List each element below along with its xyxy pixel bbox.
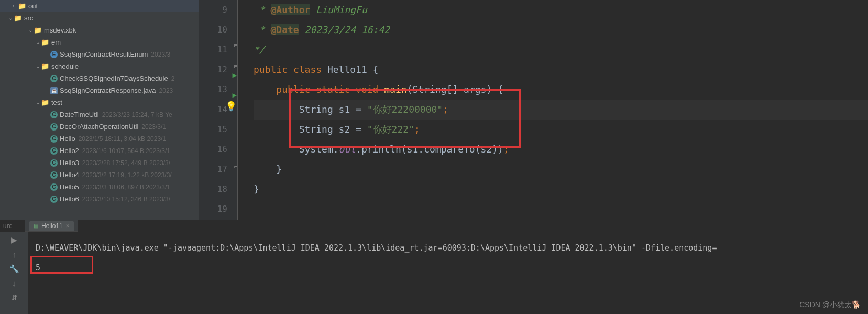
tree-item-em[interactable]: ⌄📁em	[0, 36, 199, 48]
fold-marker[interactable]: ⊟	[234, 36, 238, 56]
run-config-icon: ▤	[34, 223, 38, 229]
run-tab-hello11[interactable]: ▤ Hello11 ×	[29, 221, 74, 231]
watermark: CSDN @小犹太🐕	[799, 300, 861, 310]
tree-item-hello5[interactable]: CHello52023/3/3 18:06, 897 B 2023/3/1	[0, 181, 199, 193]
code-editor[interactable]: 9 10 11 12▶ 13▶ 14 15 16 17 18 19 ⊟ ⊟ ⌐ …	[199, 0, 868, 220]
run-toolbar: ▶ ↑ 🔧 ↓ ⇵	[0, 232, 28, 314]
folder-icon: 📁	[41, 38, 49, 47]
layout-icon[interactable]: ⇵	[11, 293, 18, 302]
down-icon[interactable]: ↓	[12, 279, 16, 288]
line-number[interactable]: 15	[199, 120, 227, 139]
tree-item-hello2[interactable]: CHello22023/1/6 10:07, 564 B 2023/3/1	[0, 145, 199, 157]
tree-item-hello[interactable]: CHello2023/1/5 18:11, 3.04 kB 2023/1	[0, 133, 199, 145]
line-number[interactable]: 11	[199, 40, 227, 60]
line-number[interactable]: 17	[199, 159, 227, 179]
line-number[interactable]: 16	[199, 139, 227, 159]
line-number[interactable]: 12▶	[199, 60, 227, 80]
run-panel-label: un:	[0, 222, 12, 230]
tree-item-hello6[interactable]: CHello62023/3/10 15:12, 346 B 2023/3/	[0, 193, 199, 205]
class-icon: C	[50, 147, 58, 155]
project-sidebar[interactable]: ›📁out ⌄📁src ⌄📁msdev.xbk ⌄📁em ESsqSignCon…	[0, 0, 199, 220]
line-number[interactable]: 13▶	[199, 80, 227, 100]
folder-icon: 📁	[41, 62, 49, 71]
java-icon: ☕	[50, 87, 58, 94]
class-icon: C	[50, 135, 58, 143]
tree-item-hello3[interactable]: CHello32023/2/28 17:52, 449 B 2023/3/	[0, 157, 199, 169]
tree-item-test[interactable]: ⌄📁test	[0, 96, 199, 109]
class-icon: C	[50, 183, 58, 191]
tree-item-src[interactable]: ⌄📁src	[0, 12, 199, 24]
tree-item-schedule[interactable]: ⌄📁schedule	[0, 60, 199, 72]
line-number[interactable]: 9	[199, 0, 227, 20]
folder-icon: 📁	[18, 2, 26, 10]
line-number[interactable]: 18	[199, 179, 227, 199]
tree-item-enum[interactable]: ESsqSignContractResultEnum2023/3	[0, 48, 199, 60]
tree-item-hello4[interactable]: CHello42023/3/2 17:19, 1.22 kB 2023/3/	[0, 169, 199, 181]
line-number[interactable]: 19	[199, 199, 227, 219]
tree-item-docattach[interactable]: CDocOrAttachOperationUtil2023/3/1	[0, 121, 199, 133]
rerun-icon[interactable]: ▶	[11, 235, 17, 245]
tree-item-checkssq[interactable]: CCheckSSQSignedIn7DaysSchedule2	[0, 72, 199, 84]
main-area: ›📁out ⌄📁src ⌄📁msdev.xbk ⌄📁em ESsqSignCon…	[0, 0, 868, 220]
fold-line	[237, 0, 238, 220]
run-panel: ▶ ↑ 🔧 ↓ ⇵ D:\WEAVER\JDK\bin\java.exe "-j…	[0, 232, 868, 314]
tree-item-out[interactable]: ›📁out	[0, 0, 199, 12]
run-tabs: ▤ Hello11 ×	[25, 220, 78, 232]
folder-icon: 📁	[41, 99, 49, 107]
stop-icon[interactable]: ↑	[12, 250, 16, 259]
intention-bulb-icon[interactable]: 💡	[225, 96, 237, 116]
fold-marker[interactable]: ⊟	[234, 57, 238, 77]
fold-marker[interactable]: ⌐	[234, 157, 238, 177]
tree-item-datetime[interactable]: CDateTimeUtil2023/3/23 15:24, 7 kB Ye	[0, 109, 199, 121]
class-icon: C	[50, 159, 58, 167]
tree-item-response[interactable]: ☕SsqSignContractResponse.java2023	[0, 84, 199, 96]
class-icon: C	[50, 111, 58, 118]
class-icon: C	[50, 123, 58, 131]
class-icon: C	[50, 171, 58, 179]
line-number[interactable]: 10	[199, 20, 227, 40]
folder-icon: 📁	[34, 26, 42, 35]
console-output[interactable]: D:\WEAVER\JDK\bin\java.exe "-javaagent:D…	[28, 232, 868, 314]
tree-item-msdev[interactable]: ⌄📁msdev.xbk	[0, 24, 199, 36]
console-result: 5	[36, 262, 861, 274]
class-icon: C	[50, 75, 58, 82]
class-icon: C	[50, 196, 58, 203]
enum-icon: E	[50, 51, 58, 58]
folder-icon: 📁	[14, 14, 22, 23]
console-command: D:\WEAVER\JDK\bin\java.exe "-javaagent:D…	[36, 242, 861, 254]
settings-icon[interactable]: 🔧	[9, 264, 19, 274]
code-content[interactable]: ⊟ ⊟ ⌐ 💡 * @Author LiuMingFu * @Date 2023…	[237, 0, 868, 220]
line-number[interactable]: 14	[199, 100, 227, 120]
close-tab-icon[interactable]: ×	[66, 222, 70, 230]
